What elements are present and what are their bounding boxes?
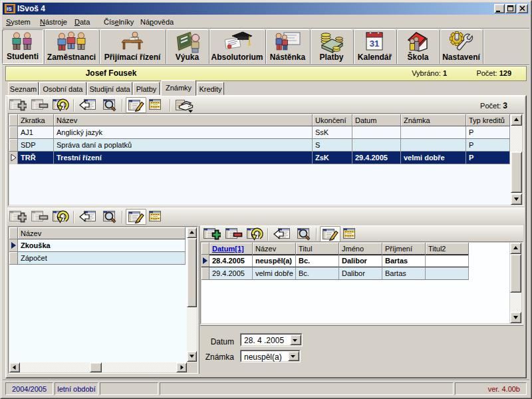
svg-text:IS: IS (7, 6, 12, 12)
svg-text:31: 31 (369, 39, 378, 49)
